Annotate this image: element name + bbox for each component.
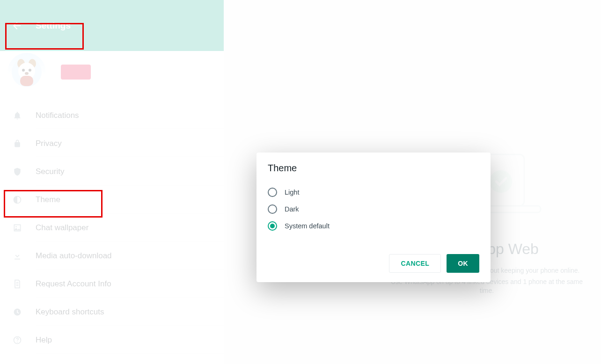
theme-option-system-default[interactable]: System default [268, 218, 479, 234]
dialog-actions: CANCEL OK [268, 254, 479, 273]
theme-option-dark[interactable]: Dark [268, 201, 479, 218]
cancel-button[interactable]: CANCEL [389, 254, 441, 273]
dialog-title: Theme [268, 163, 479, 174]
option-label: Dark [285, 205, 299, 213]
option-label: System default [285, 222, 330, 230]
radio-icon [268, 204, 277, 214]
theme-option-light[interactable]: Light [268, 184, 479, 201]
theme-dialog: Theme Light Dark System default CANCEL O… [257, 153, 491, 282]
radio-icon [268, 188, 277, 197]
radio-icon [268, 221, 277, 231]
app-root: Settings Notifications [0, 0, 601, 364]
ok-button[interactable]: OK [447, 254, 479, 273]
option-label: Light [285, 189, 299, 196]
